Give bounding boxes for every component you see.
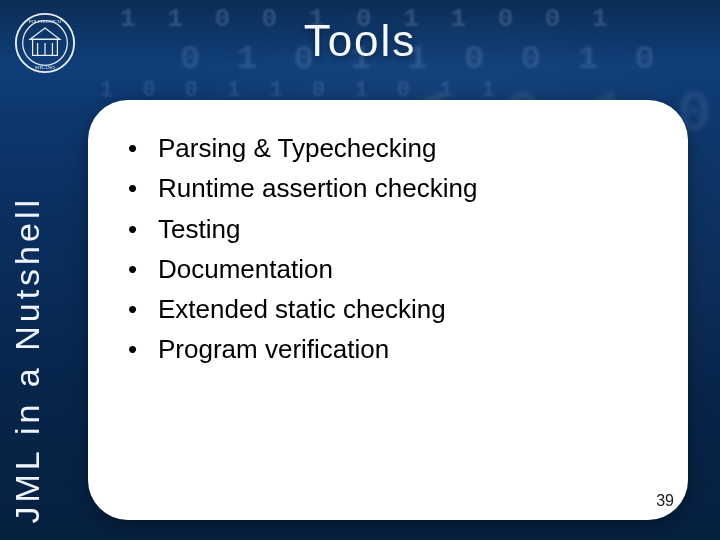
list-item: Runtime assertion checking (128, 168, 654, 208)
content-panel: Parsing & Typechecking Runtime assertion… (88, 100, 688, 520)
slide: 1 1 0 0 1 0 1 1 0 0 1 0 1 0 1 1 0 0 1 0 … (0, 0, 720, 540)
list-item: Parsing & Typechecking (128, 128, 654, 168)
list-item: Program verification (128, 329, 654, 369)
section-label: JML in a Nutshell (8, 196, 47, 524)
list-item: Documentation (128, 249, 654, 289)
slide-title: Tools (0, 16, 720, 66)
list-item: Extended static checking (128, 289, 654, 329)
list-item: Testing (128, 209, 654, 249)
page-number: 39 (656, 492, 674, 510)
bullet-list: Parsing & Typechecking Runtime assertion… (128, 128, 654, 370)
